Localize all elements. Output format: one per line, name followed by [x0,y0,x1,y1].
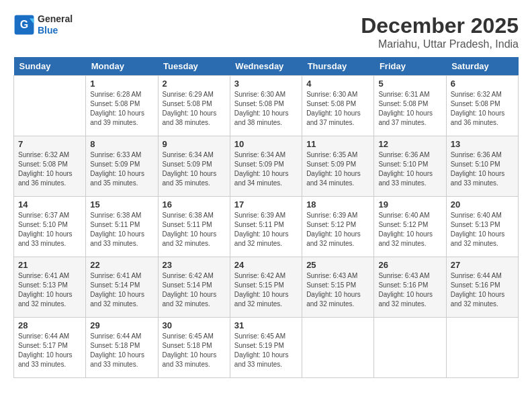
header-cell-wednesday: Wednesday [230,57,302,76]
calendar-cell [374,318,446,378]
cell-info: Sunrise: 6:33 AM Sunset: 5:09 PM Dayligh… [90,150,153,188]
day-number: 8 [90,139,153,149]
day-number: 11 [306,139,369,149]
day-number: 14 [18,199,81,210]
cell-info: Sunrise: 6:28 AM Sunset: 5:08 PM Dayligh… [90,90,153,128]
logo-line2: Blue [38,25,73,36]
day-number: 6 [451,79,514,89]
cell-info: Sunrise: 6:44 AM Sunset: 5:17 PM Dayligh… [18,332,81,369]
calendar-body: 1Sunrise: 6:28 AM Sunset: 5:08 PM Daylig… [14,76,519,378]
calendar-cell: 13Sunrise: 6:36 AM Sunset: 5:10 PM Dayli… [446,136,518,197]
cell-info: Sunrise: 6:45 AM Sunset: 5:19 PM Dayligh… [234,332,298,369]
week-row-5: 28Sunrise: 6:44 AM Sunset: 5:17 PM Dayli… [14,318,519,378]
calendar-cell: 12Sunrise: 6:36 AM Sunset: 5:10 PM Dayli… [374,136,446,197]
calendar-cell: 30Sunrise: 6:45 AM Sunset: 5:18 PM Dayli… [158,318,230,378]
day-number: 22 [90,260,153,270]
calendar-cell: 1Sunrise: 6:28 AM Sunset: 5:08 PM Daylig… [86,76,158,136]
cell-info: Sunrise: 6:31 AM Sunset: 5:08 PM Dayligh… [378,90,441,128]
calendar-cell: 28Sunrise: 6:44 AM Sunset: 5:17 PM Dayli… [14,318,86,378]
cell-info: Sunrise: 6:30 AM Sunset: 5:08 PM Dayligh… [234,90,298,128]
cell-info: Sunrise: 6:34 AM Sunset: 5:09 PM Dayligh… [234,150,298,188]
day-number: 20 [451,199,514,210]
month-title: December 2025 [361,13,519,38]
calendar-cell: 14Sunrise: 6:37 AM Sunset: 5:10 PM Dayli… [14,197,86,257]
day-number: 18 [306,199,369,210]
calendar-cell: 9Sunrise: 6:34 AM Sunset: 5:09 PM Daylig… [158,136,230,197]
day-number: 23 [163,260,226,270]
header-cell-sunday: Sunday [14,57,86,76]
cell-info: Sunrise: 6:32 AM Sunset: 5:08 PM Dayligh… [451,90,514,128]
day-number: 4 [306,79,369,89]
header-cell-saturday: Saturday [446,57,518,76]
week-row-4: 21Sunrise: 6:41 AM Sunset: 5:13 PM Dayli… [14,257,519,318]
week-row-1: 1Sunrise: 6:28 AM Sunset: 5:08 PM Daylig… [14,76,519,136]
cell-info: Sunrise: 6:29 AM Sunset: 5:08 PM Dayligh… [163,90,226,128]
calendar-cell: 2Sunrise: 6:29 AM Sunset: 5:08 PM Daylig… [158,76,230,136]
logo-line1: General [38,13,73,25]
calendar-cell: 11Sunrise: 6:35 AM Sunset: 5:09 PM Dayli… [302,136,374,197]
cell-info: Sunrise: 6:44 AM Sunset: 5:18 PM Dayligh… [90,332,153,369]
header-cell-thursday: Thursday [302,57,374,76]
calendar-cell: 6Sunrise: 6:32 AM Sunset: 5:08 PM Daylig… [446,76,518,136]
day-number: 2 [163,79,226,89]
day-number: 16 [163,199,226,210]
day-number: 26 [378,260,441,270]
logo-icon: G [13,14,35,36]
calendar-cell: 31Sunrise: 6:45 AM Sunset: 5:19 PM Dayli… [230,318,302,378]
logo: G General Blue [13,13,73,36]
cell-info: Sunrise: 6:44 AM Sunset: 5:16 PM Dayligh… [451,271,514,309]
calendar-cell [446,318,518,378]
header-cell-tuesday: Tuesday [158,57,230,76]
day-number: 10 [234,139,298,149]
cell-info: Sunrise: 6:36 AM Sunset: 5:10 PM Dayligh… [378,150,441,188]
calendar-table: SundayMondayTuesdayWednesdayThursdayFrid… [13,57,519,378]
calendar-cell: 25Sunrise: 6:43 AM Sunset: 5:15 PM Dayli… [302,257,374,318]
title-area: December 2025 Mariahu, Uttar Pradesh, In… [361,13,519,50]
calendar-cell: 5Sunrise: 6:31 AM Sunset: 5:08 PM Daylig… [374,76,446,136]
cell-info: Sunrise: 6:41 AM Sunset: 5:13 PM Dayligh… [18,271,81,309]
cell-info: Sunrise: 6:37 AM Sunset: 5:10 PM Dayligh… [18,211,81,248]
calendar-cell: 17Sunrise: 6:39 AM Sunset: 5:11 PM Dayli… [230,197,302,257]
calendar-cell: 27Sunrise: 6:44 AM Sunset: 5:16 PM Dayli… [446,257,518,318]
day-number: 27 [451,260,514,270]
calendar-cell: 15Sunrise: 6:38 AM Sunset: 5:11 PM Dayli… [86,197,158,257]
day-number: 17 [234,199,298,210]
calendar-cell: 3Sunrise: 6:30 AM Sunset: 5:08 PM Daylig… [230,76,302,136]
cell-info: Sunrise: 6:30 AM Sunset: 5:08 PM Dayligh… [306,90,369,128]
cell-info: Sunrise: 6:39 AM Sunset: 5:12 PM Dayligh… [306,211,369,248]
cell-info: Sunrise: 6:38 AM Sunset: 5:11 PM Dayligh… [90,211,153,248]
calendar-cell: 23Sunrise: 6:42 AM Sunset: 5:14 PM Dayli… [158,257,230,318]
day-number: 1 [90,79,153,89]
day-number: 9 [163,139,226,149]
day-number: 31 [234,320,298,330]
calendar-cell: 20Sunrise: 6:40 AM Sunset: 5:13 PM Dayli… [446,197,518,257]
cell-info: Sunrise: 6:39 AM Sunset: 5:11 PM Dayligh… [234,211,298,248]
cell-info: Sunrise: 6:32 AM Sunset: 5:08 PM Dayligh… [18,150,81,188]
cell-info: Sunrise: 6:43 AM Sunset: 5:16 PM Dayligh… [378,271,441,309]
cell-info: Sunrise: 6:45 AM Sunset: 5:18 PM Dayligh… [163,332,226,369]
calendar-cell: 7Sunrise: 6:32 AM Sunset: 5:08 PM Daylig… [14,136,86,197]
cell-info: Sunrise: 6:35 AM Sunset: 5:09 PM Dayligh… [306,150,369,188]
day-number: 5 [378,79,441,89]
cell-info: Sunrise: 6:38 AM Sunset: 5:11 PM Dayligh… [163,211,226,248]
day-number: 19 [378,199,441,210]
header-cell-friday: Friday [374,57,446,76]
day-number: 21 [18,260,81,270]
day-number: 15 [90,199,153,210]
calendar-cell: 19Sunrise: 6:40 AM Sunset: 5:12 PM Dayli… [374,197,446,257]
calendar-cell: 8Sunrise: 6:33 AM Sunset: 5:09 PM Daylig… [86,136,158,197]
day-number: 30 [163,320,226,330]
calendar-cell [302,318,374,378]
day-number: 13 [451,139,514,149]
cell-info: Sunrise: 6:34 AM Sunset: 5:09 PM Dayligh… [163,150,226,188]
cell-info: Sunrise: 6:36 AM Sunset: 5:10 PM Dayligh… [451,150,514,188]
cell-info: Sunrise: 6:41 AM Sunset: 5:14 PM Dayligh… [90,271,153,309]
calendar-cell: 26Sunrise: 6:43 AM Sunset: 5:16 PM Dayli… [374,257,446,318]
cell-info: Sunrise: 6:42 AM Sunset: 5:15 PM Dayligh… [234,271,298,309]
day-number: 7 [18,139,81,149]
cell-info: Sunrise: 6:40 AM Sunset: 5:13 PM Dayligh… [451,211,514,248]
day-number: 29 [90,320,153,330]
day-number: 12 [378,139,441,149]
calendar-header-row: SundayMondayTuesdayWednesdayThursdayFrid… [14,57,519,76]
calendar-cell: 10Sunrise: 6:34 AM Sunset: 5:09 PM Dayli… [230,136,302,197]
